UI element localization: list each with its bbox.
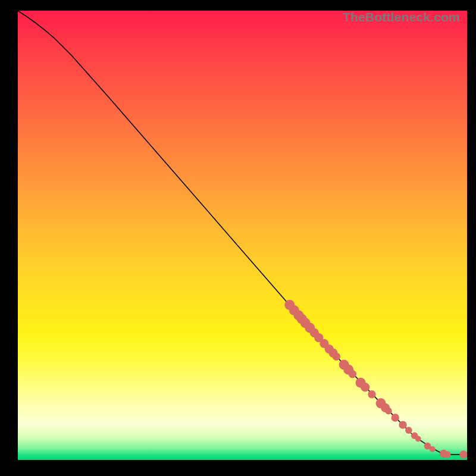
bottleneck-curve [18,11,449,455]
data-point [368,390,375,398]
data-point [444,451,451,458]
data-point [399,421,406,428]
data-point [392,414,399,421]
data-point [430,446,436,452]
data-point [333,353,340,361]
data-points-group [284,300,467,459]
data-point [415,436,421,442]
data-point [361,383,369,392]
plot-area: TheBottleneck.com [18,11,467,460]
data-point [349,370,356,378]
chart-frame: TheBottleneck.com [0,0,476,476]
data-point [405,427,412,434]
data-point [459,450,467,458]
chart-overlay [18,11,467,460]
data-point [385,408,392,415]
